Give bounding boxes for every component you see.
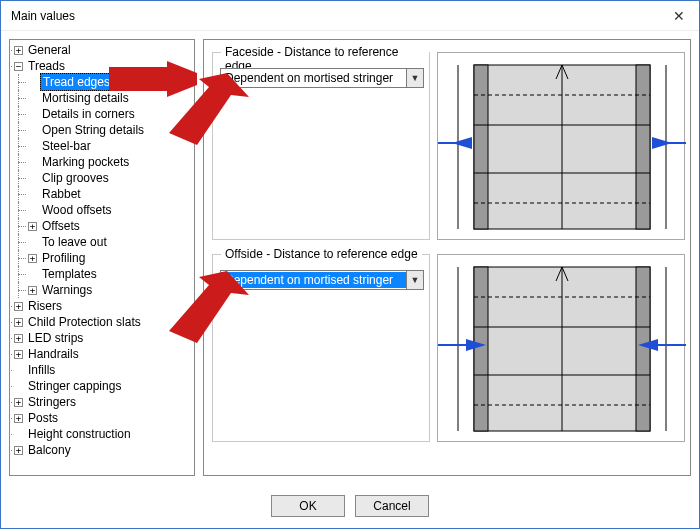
expand-icon[interactable]: + <box>28 254 37 263</box>
tree-item-treads[interactable]: − Treads <box>14 58 192 74</box>
tree-item-templates[interactable]: Templates <box>28 266 192 282</box>
ok-button[interactable]: OK <box>271 495 345 517</box>
tree-item-steel-bar[interactable]: Steel-bar <box>28 138 192 154</box>
tree-label: Handrails <box>26 346 81 362</box>
expand-icon[interactable]: + <box>14 302 23 311</box>
offside-value: Dependent on mortised stringer <box>221 272 406 288</box>
tree-item-clip-grooves[interactable]: Clip grooves <box>28 170 192 186</box>
offside-diagram <box>437 254 685 442</box>
tree-label: Marking pockets <box>40 154 131 170</box>
tree-label: Rabbet <box>40 186 83 202</box>
dialog-footer: OK Cancel <box>1 484 699 528</box>
settings-panel: Faceside - Distance to reference edge De… <box>203 39 691 476</box>
tree-item-wood-offsets[interactable]: Wood offsets <box>28 202 192 218</box>
tree-label: Infills <box>26 362 57 378</box>
expand-icon[interactable]: + <box>14 350 23 359</box>
tree-item-height-construction[interactable]: Height construction <box>14 426 192 442</box>
tree-label: Templates <box>40 266 99 282</box>
faceside-value: Dependent on mortised stringer <box>221 70 406 86</box>
tree-label: Profiling <box>40 250 87 266</box>
expand-icon[interactable]: + <box>14 398 23 407</box>
tree-item-child-protection-slats[interactable]: +Child Protection slats <box>14 314 192 330</box>
tree-label: Stringers <box>26 394 78 410</box>
offside-legend: Offside - Distance to reference edge <box>221 247 422 261</box>
expand-icon[interactable]: + <box>14 414 23 423</box>
tree-item-stringers[interactable]: +Stringers <box>14 394 192 410</box>
tree-label: Offsets <box>40 218 82 234</box>
tree-label: General <box>26 42 73 58</box>
tree-item-marking-pockets[interactable]: Marking pockets <box>28 154 192 170</box>
tree-item-posts[interactable]: +Posts <box>14 410 192 426</box>
tree-label: Tread edges <box>40 73 113 91</box>
tree-label: Child Protection slats <box>26 314 143 330</box>
tree-panel[interactable]: + General − Treads Tread edges Mortising… <box>9 39 195 476</box>
tree-label: Steel-bar <box>40 138 93 154</box>
tree-item-warnings[interactable]: +Warnings <box>28 282 192 298</box>
expand-icon[interactable]: + <box>14 318 23 327</box>
expand-icon[interactable]: + <box>28 222 37 231</box>
tree-item-mortising-details[interactable]: Mortising details <box>28 90 192 106</box>
tree-label: Height construction <box>26 426 133 442</box>
tree-item-details-in-corners[interactable]: Details in corners <box>28 106 192 122</box>
svg-rect-1 <box>474 65 488 229</box>
tree-item-stringer-cappings[interactable]: Stringer cappings <box>14 378 192 394</box>
expand-icon[interactable]: + <box>28 286 37 295</box>
chevron-down-icon: ▼ <box>411 73 420 83</box>
cancel-button[interactable]: Cancel <box>355 495 429 517</box>
combo-dropdown-button[interactable]: ▼ <box>406 69 423 87</box>
dialog-window: Main values ✕ + General − T <box>0 0 700 529</box>
close-button[interactable]: ✕ <box>659 1 699 31</box>
tree-label: LED strips <box>26 330 85 346</box>
chevron-down-icon: ▼ <box>411 275 420 285</box>
close-icon: ✕ <box>673 8 685 24</box>
tree-item-handrails[interactable]: +Handrails <box>14 346 192 362</box>
tree-label: Posts <box>26 410 60 426</box>
tree-item-risers[interactable]: +Risers <box>14 298 192 314</box>
tree-label: Balcony <box>26 442 73 458</box>
expand-icon[interactable]: + <box>14 446 23 455</box>
tree-label: Details in corners <box>40 106 137 122</box>
tree-item-infills[interactable]: Infills <box>14 362 192 378</box>
expand-icon[interactable]: + <box>14 334 23 343</box>
tree-label: To leave out <box>40 234 109 250</box>
tree-item-rabbet[interactable]: Rabbet <box>28 186 192 202</box>
collapse-icon[interactable]: − <box>14 62 23 71</box>
dialog-body: + General − Treads Tread edges Mortising… <box>1 31 699 484</box>
tree-item-to-leave-out[interactable]: To leave out <box>28 234 192 250</box>
tree-label: Wood offsets <box>40 202 114 218</box>
titlebar: Main values ✕ <box>1 1 699 31</box>
tree-label: Risers <box>26 298 64 314</box>
tree-item-profiling[interactable]: +Profiling <box>28 250 192 266</box>
faceside-diagram <box>437 52 685 240</box>
tree-label: Mortising details <box>40 90 131 106</box>
tree-item-led-strips[interactable]: +LED strips <box>14 330 192 346</box>
tree-label: Warnings <box>40 282 94 298</box>
tree: + General − Treads Tread edges Mortising… <box>12 42 192 458</box>
tree-item-open-string-details[interactable]: Open String details <box>28 122 192 138</box>
tree-label: Clip grooves <box>40 170 111 186</box>
tree-item-general[interactable]: + General <box>14 42 192 58</box>
tree-item-tread-edges[interactable]: Tread edges <box>28 74 192 90</box>
svg-rect-2 <box>636 65 650 229</box>
svg-rect-17 <box>474 267 488 431</box>
tree-item-balcony[interactable]: +Balcony <box>14 442 192 458</box>
tree-label: Open String details <box>40 122 146 138</box>
tree-label: Treads <box>26 58 67 74</box>
window-title: Main values <box>9 9 659 23</box>
offside-combo[interactable]: Dependent on mortised stringer ▼ <box>220 270 424 290</box>
tree-label: Stringer cappings <box>26 378 123 394</box>
tree-item-offsets[interactable]: +Offsets <box>28 218 192 234</box>
combo-dropdown-button[interactable]: ▼ <box>406 271 423 289</box>
expand-icon[interactable]: + <box>14 46 23 55</box>
faceside-combo[interactable]: Dependent on mortised stringer ▼ <box>220 68 424 88</box>
svg-rect-18 <box>636 267 650 431</box>
